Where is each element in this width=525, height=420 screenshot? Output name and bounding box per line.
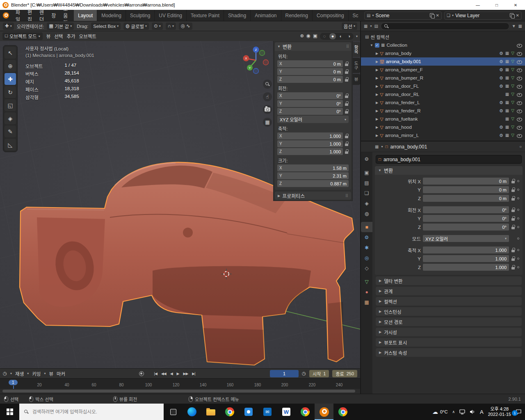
expand-icon[interactable]: ▶ <box>376 109 378 113</box>
outliner-object-row[interactable]: ▶ ▽ arrona_hood ⚙ ▦ ▽ <box>361 123 525 131</box>
outliner-object-row[interactable]: ▶ ▽ arrona_fender_L ⚙ ▦ ▽ <box>361 98 525 107</box>
timeline-scrollbar[interactable] <box>0 389 360 394</box>
tab-tool[interactable]: ⚙ <box>361 154 372 164</box>
location-z-field[interactable]: 0 m <box>423 195 509 202</box>
panel-instancing[interactable]: ▶인스턴싱 <box>376 307 522 316</box>
menu-render[interactable]: 렌더 <box>36 10 48 21</box>
location-y-field[interactable]: 0 m <box>423 186 509 193</box>
dim-y-field[interactable]: Y2.31 m <box>277 172 349 179</box>
scale-x-field[interactable]: X1.000 <box>277 132 343 139</box>
tab-object-data[interactable]: ▽ <box>361 276 372 287</box>
expand-icon[interactable]: ▶ <box>376 60 378 64</box>
copy-icon[interactable] <box>430 13 434 18</box>
tab-uv-editing[interactable]: UV Editing <box>155 10 187 21</box>
expand-icon[interactable]: ▶ <box>376 93 378 96</box>
dim-x-field[interactable]: X1.58 m <box>277 164 349 171</box>
scale-tool[interactable]: ◱ <box>5 99 16 111</box>
rotate-tool[interactable]: ↻ <box>5 86 16 98</box>
outliner-search-field[interactable] <box>381 23 509 30</box>
copy-icon[interactable] <box>510 13 514 18</box>
hide-toggle-eye-icon[interactable] <box>516 124 523 130</box>
tab-modifiers[interactable]: ⚙ <box>361 232 372 242</box>
animate-dot-icon[interactable] <box>517 258 519 260</box>
chevron-down-icon[interactable]: ▾ <box>356 34 358 38</box>
network-icon[interactable] <box>459 409 465 415</box>
menu-file[interactable]: 파일 <box>12 10 24 21</box>
n-tab-view[interactable]: 뷰 <box>353 74 360 85</box>
material-shading-icon[interactable]: ◐ <box>338 33 344 39</box>
drag-grip-icon[interactable]: ⠿ <box>346 44 349 49</box>
tab-object[interactable]: ■ <box>361 222 372 232</box>
frame-end-field[interactable]: 종료 250 <box>332 370 357 377</box>
hide-toggle-eye-icon[interactable] <box>516 59 523 65</box>
maximize-button[interactable]: □ <box>487 0 506 10</box>
jump-to-end-button[interactable]: ▶| <box>191 371 196 377</box>
outliner-object-row[interactable]: ▶ ▽ arrona_mirror_L ⚙ ▦ ▽ <box>361 131 525 139</box>
rotation-y-field[interactable]: 0° <box>423 215 509 222</box>
start-button[interactable] <box>0 404 19 420</box>
panel-collections[interactable]: ▶컬렉션 <box>376 297 522 306</box>
prev-keyframe-button[interactable]: ◀◀ <box>160 371 167 377</box>
select-box-dropdown[interactable]: Select Box ▾ <box>91 23 121 30</box>
outliner-object-row[interactable]: ▶ ▽ arrona_door_FL ⚙ ▦ ▽ <box>361 82 525 90</box>
chrome-taskbar-icon-3[interactable] <box>333 404 352 420</box>
tab-view-layer[interactable]: ❏ <box>361 188 372 198</box>
viewport-menu-view[interactable]: 뷰 <box>46 33 51 39</box>
tab-rendering[interactable]: Rendering <box>281 10 313 21</box>
remove-icon[interactable]: ✕ <box>516 13 519 18</box>
measure-tool[interactable]: ◺ <box>5 139 16 151</box>
tab-physics[interactable]: ◎ <box>361 253 372 263</box>
rotation-y-field[interactable]: Y0° <box>277 100 343 107</box>
keying-menu[interactable]: 키잉 <box>32 370 41 377</box>
properties-collapsed-panel[interactable]: ▶ 프로퍼티스 ⠿ <box>275 192 351 200</box>
panel-delta-transform[interactable]: ▶델타 변환 <box>376 276 522 285</box>
expand-icon[interactable]: ▶ <box>376 117 378 121</box>
expand-icon[interactable]: ▶ <box>376 52 378 55</box>
search-input[interactable] <box>32 409 151 414</box>
collection-checkbox[interactable]: ✓ <box>375 43 379 48</box>
lock-icon[interactable] <box>345 69 349 74</box>
timeline-editor-icon[interactable]: ◷ <box>3 371 7 376</box>
lock-icon[interactable] <box>511 256 515 261</box>
close-button[interactable]: ✕ <box>506 0 525 10</box>
xray-toggle-icon[interactable]: ▣ <box>313 34 317 39</box>
timeline-ruler[interactable]: 1 20 40 60 80 100 120 140 160 180 200 22… <box>0 378 360 389</box>
gizmo-toggle-icon[interactable]: ⊕ <box>300 34 304 39</box>
explorer-taskbar-icon[interactable] <box>201 404 220 420</box>
tab-render[interactable]: ▣ <box>361 167 372 178</box>
playback-menu[interactable]: 재생 <box>15 370 24 377</box>
outliner-object-row[interactable]: ▶ ▽ arrona_fender_R ⚙ ▦ ▽ <box>361 107 525 115</box>
clock[interactable]: 오후 4:28 2022-01-15 <box>488 406 511 417</box>
chrome-taskbar-icon-2[interactable] <box>296 404 315 420</box>
outliner-editor-icon[interactable]: ▦ <box>364 24 368 28</box>
lock-icon[interactable] <box>345 109 349 114</box>
scale-x-field[interactable]: 1.000 <box>423 247 509 253</box>
panel-custom-properties[interactable]: ▶커스텀 속성 <box>376 348 522 357</box>
snapping-toggle[interactable]: ∩ ▾ <box>166 23 176 30</box>
tab-world[interactable]: ◍ <box>361 208 372 219</box>
rendered-shading-icon[interactable]: ◑ <box>346 33 352 39</box>
lock-icon[interactable] <box>345 94 349 98</box>
menu-edit[interactable]: 편집 <box>24 10 36 21</box>
scale-y-field[interactable]: 1.000 <box>423 255 509 262</box>
expand-icon[interactable]: ▶ <box>376 101 378 105</box>
animate-dot-icon[interactable] <box>517 226 519 228</box>
frame-start-field[interactable]: 시작 1 <box>309 370 329 377</box>
tab-shading[interactable]: Shading <box>224 10 251 21</box>
rotation-mode-dropdown[interactable]: XYZ 오일러▾ <box>423 235 509 242</box>
collection-row[interactable]: ▼ ✓ ▦ Collection <box>361 41 525 49</box>
lock-icon[interactable] <box>345 62 349 66</box>
rotation-x-field[interactable]: 0° <box>423 206 509 213</box>
new-collection-icon[interactable]: ▦ <box>518 24 522 28</box>
transform-orientation-dropdown[interactable]: ◍ 글로벌 ▾ <box>123 23 149 30</box>
weather-widget[interactable]: ☁ 0°C <box>432 409 447 415</box>
lock-icon[interactable] <box>345 134 349 139</box>
tab-texture-paint[interactable]: Texture Paint <box>187 10 224 21</box>
location-x-field[interactable]: X0 m <box>277 60 343 67</box>
view-menu[interactable]: 뷰 <box>49 370 53 377</box>
options-dropdown[interactable]: 옵션 ▾ <box>342 23 357 30</box>
hide-toggle-eye-icon[interactable] <box>516 132 523 139</box>
lock-icon[interactable] <box>345 101 349 106</box>
zoom-button[interactable] <box>263 80 272 89</box>
tab-constraints[interactable]: ◇ <box>361 263 372 273</box>
